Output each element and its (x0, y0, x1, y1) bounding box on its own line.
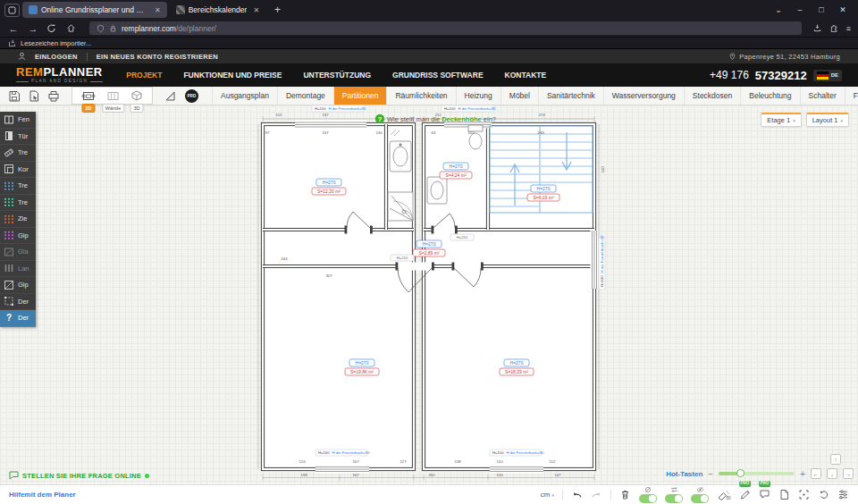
view-walls-button[interactable]: Wände (106, 90, 120, 102)
tool-treppe[interactable]: Tre (0, 145, 36, 162)
nav-kontakte[interactable]: KONTAKTE (505, 71, 547, 80)
dimensions-toggle[interactable] (639, 486, 657, 503)
tool-gipskarton[interactable]: Gip (0, 228, 36, 245)
forward-button[interactable]: → (27, 23, 39, 34)
delete-icon[interactable] (619, 489, 631, 500)
zoom-in-icon[interactable]: + (800, 469, 805, 479)
redo-icon[interactable] (591, 489, 602, 500)
tab-title-2: Bereichskalender (189, 5, 248, 14)
zoom-out-icon[interactable]: − (708, 469, 713, 479)
tab-steckdosen[interactable]: Steckdosen (684, 87, 740, 105)
nav-projekt[interactable]: PROJEKT (126, 71, 162, 80)
tab-list-icon[interactable]: ⌄ (768, 5, 789, 14)
firefox-view-icon[interactable] (4, 4, 20, 17)
pro-icon[interactable]: PRO (185, 89, 198, 103)
browser-tab-active[interactable]: Online Grundrissplaner und De... ✕ (22, 2, 167, 18)
nav-unterstuetzung[interactable]: UNTERSTÜTZUNG (303, 71, 371, 80)
home-button[interactable] (66, 23, 79, 33)
pan-down-button[interactable]: ↓ (827, 468, 837, 479)
tool-glas[interactable]: Gla (0, 244, 36, 261)
reload-button[interactable] (46, 23, 59, 33)
tab-sanitaertechnik[interactable]: Sanitärtechnik (538, 87, 603, 105)
tool-korridor[interactable]: Kor (0, 162, 36, 179)
tool-fenster[interactable]: Fen (0, 112, 36, 129)
floor-plan[interactable]: 112 137 212 274 97 137 130 63 102 249 30… (0, 105, 858, 484)
browser-tab-2[interactable]: Bereichskalender ✕ (170, 2, 265, 18)
toggle-switch[interactable] (691, 494, 709, 503)
annotate-tool[interactable]: PRO (739, 489, 751, 500)
extensions-icon[interactable] (829, 23, 839, 33)
import-bookmarks-link[interactable]: Lesezeichen importier... (21, 39, 91, 47)
tab-fussbodenheizung[interactable]: Fußbodenheizung (845, 87, 858, 105)
tab-moebel[interactable]: Möbel (500, 87, 538, 105)
view-3d-button[interactable]: 3D (130, 90, 143, 102)
floor-select[interactable]: Etage 1▾ (761, 113, 801, 127)
menu-icon[interactable]: ≡ (846, 24, 851, 33)
tool-trennwand-blau[interactable]: Tre (0, 178, 36, 195)
shield-icon[interactable] (97, 24, 105, 33)
export-icon[interactable] (29, 90, 39, 102)
new-tab-button[interactable]: + (268, 4, 287, 16)
tab-beleuchtung[interactable]: Beleuchtung (740, 87, 799, 105)
tool-tuer[interactable]: Tür (0, 129, 36, 146)
visibility-toggle[interactable] (691, 486, 709, 503)
tool-demontage[interactable]: Der (0, 294, 36, 311)
back-button[interactable]: ← (7, 23, 20, 34)
tab-raeumlichkeiten[interactable]: Räumlichkeiten (386, 87, 455, 105)
settings-sliders-icon[interactable] (837, 489, 849, 500)
undo-icon[interactable] (571, 489, 583, 500)
ask-online-link[interactable]: STELLEN SIE IHRE FRAGE ONLINE (9, 471, 149, 480)
phone-prefix: +49 176 (710, 69, 749, 81)
url-bar[interactable]: remplanner.com/de/planner/ (89, 21, 802, 35)
zoom-slider[interactable] (719, 472, 795, 475)
toggle-switch[interactable] (639, 494, 657, 503)
help-bubble[interactable]: ? Wie stellt man dieDeckenhöheein? (375, 114, 496, 123)
document-icon[interactable] (778, 489, 790, 500)
arrows-toggle[interactable] (665, 486, 683, 503)
tab-partitionen[interactable]: Partitionen (333, 87, 387, 105)
login-link[interactable]: EINLOGGEN (35, 53, 78, 61)
tab-demontage[interactable]: Demontage (277, 87, 333, 105)
tab-ausgangsplan[interactable]: Ausgangsplan (212, 87, 277, 105)
eraser-icon[interactable]: 50 (717, 489, 731, 500)
window-maximize-button[interactable]: □ (811, 5, 832, 14)
measure-icon[interactable] (164, 90, 177, 102)
pan-up-button[interactable]: ↑ (830, 454, 841, 465)
window-minimize-button[interactable]: – (789, 5, 811, 14)
language-selector[interactable]: DE (813, 70, 842, 81)
tool-trennwand-gruen[interactable]: Tre (0, 195, 36, 212)
hotkeys-link[interactable]: Hot-Tasten (666, 470, 702, 478)
print-icon[interactable] (47, 90, 60, 102)
save-icon[interactable] (8, 90, 21, 102)
planner-help-link[interactable]: Hilfemit dem Planer (9, 491, 76, 499)
logo[interactable]: REMPLANNER PLAN AND DESIGN (16, 66, 103, 84)
walls[interactable] (263, 124, 594, 469)
units-select[interactable]: cm▾ (541, 491, 554, 499)
tool-help[interactable]: ?Der (0, 310, 36, 327)
rotate-icon[interactable] (818, 489, 829, 500)
tool-lamellen[interactable]: Lan (0, 261, 36, 278)
nav-funktionen[interactable]: FUNKTIONEN UND PREISE (183, 71, 282, 80)
comment-tool[interactable]: PRO (759, 489, 770, 500)
canvas[interactable]: 112 137 212 274 97 137 130 63 102 249 30… (0, 105, 858, 484)
tool-gips-2[interactable]: Gip (0, 277, 36, 294)
pan-right-button[interactable]: → (843, 468, 854, 479)
window-close-button[interactable]: ✕ (832, 5, 854, 14)
zoom-slider-knob[interactable] (736, 469, 744, 477)
view-2d-button[interactable]: 2D (81, 90, 96, 102)
layout-select[interactable]: Layout 1▾ (806, 113, 849, 127)
center-view-icon[interactable] (798, 489, 810, 500)
tab-close-icon[interactable]: ✕ (155, 6, 161, 14)
svg-text:S=18,29 m²: S=18,29 m² (505, 369, 528, 374)
tab-wasserversorgung[interactable]: Wasserversorgung (603, 87, 684, 105)
nav-grundriss-software[interactable]: GRUNDRISS SOFTWARE (392, 71, 484, 80)
pan-left-button[interactable]: ← (811, 468, 821, 479)
selection-tool-icon (3, 296, 15, 307)
tool-ziegel[interactable]: Zie (0, 211, 36, 228)
register-link[interactable]: EIN NEUES KONTO REGISTRIEREN (97, 53, 218, 61)
toggle-switch[interactable] (665, 494, 683, 503)
download-icon[interactable] (812, 23, 822, 33)
tab-heizung[interactable]: Heizung (456, 87, 500, 105)
tab-close-icon-2[interactable]: ✕ (253, 6, 259, 14)
tab-schalter[interactable]: Schalter (800, 87, 845, 105)
